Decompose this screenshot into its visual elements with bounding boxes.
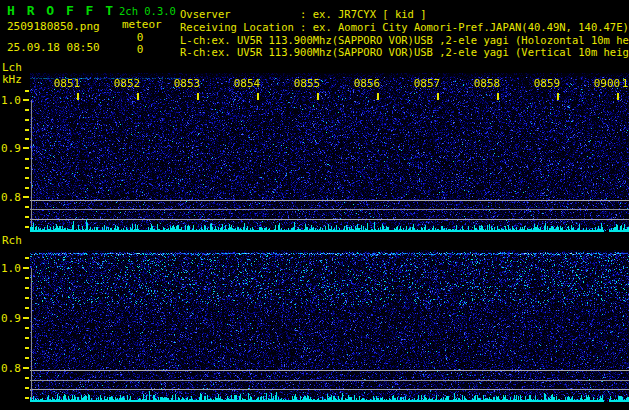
hrofft-screenshot: H R O F F T 2ch 0.3.0 2509180850.png met… bbox=[0, 0, 629, 410]
freq-minor-tick bbox=[25, 397, 29, 399]
lch-freq-label-1.0: 1.0 bbox=[1, 94, 21, 107]
time-label-0854: 0854 bbox=[234, 77, 261, 90]
freq-major-tick bbox=[23, 367, 29, 369]
freq-minor-tick bbox=[25, 187, 29, 189]
freq-minor-tick bbox=[25, 257, 29, 259]
meteor-count-bottom: 0 bbox=[133, 43, 147, 56]
time-label-0852: 0852 bbox=[114, 77, 141, 90]
freq-minor-tick bbox=[25, 158, 29, 160]
freq-minor-tick bbox=[25, 347, 29, 349]
app-title: H R O F F T bbox=[7, 3, 115, 18]
time-label-clipped: 1 bbox=[622, 77, 629, 90]
time-tick-0853 bbox=[197, 93, 199, 100]
rch-freq-label-0.9: 0.9 bbox=[1, 312, 21, 325]
observer-line: Ovserver : ex. JR7CYX [ kid ] bbox=[180, 8, 427, 21]
rch-receiver-line: R-ch:ex. UV5R 113.900Mhz(SAPPORO VOR)USB… bbox=[180, 46, 629, 59]
freq-major-tick bbox=[23, 196, 29, 198]
freq-major-tick bbox=[23, 267, 29, 269]
datetime-label: 25.09.18 08:50 bbox=[7, 41, 100, 54]
output-filename: 2509180850.png bbox=[7, 20, 100, 33]
freq-minor-tick bbox=[25, 119, 29, 121]
time-tick-0858 bbox=[497, 93, 499, 100]
lch-receiver-line: L-ch:ex. UV5R 113.900Mhz(SAPPORO VOR)USB… bbox=[180, 34, 629, 47]
rch-spectrogram bbox=[30, 250, 629, 402]
rch-freq-label-0.8: 0.8 bbox=[1, 362, 21, 375]
rch-freq-label-1.0: 1.0 bbox=[1, 262, 21, 275]
freq-major-tick bbox=[23, 99, 29, 101]
time-tick-0852 bbox=[137, 93, 139, 100]
time-label-0900: 0900 bbox=[594, 77, 621, 90]
time-label-0855: 0855 bbox=[294, 77, 321, 90]
app-version: 2ch 0.3.0 bbox=[119, 5, 176, 17]
freq-minor-tick bbox=[25, 327, 29, 329]
freq-minor-tick bbox=[25, 226, 29, 228]
freq-minor-tick bbox=[25, 357, 29, 359]
time-tick-0900 bbox=[617, 93, 619, 100]
freq-minor-tick bbox=[25, 377, 29, 379]
rch-axis-label: Rch bbox=[2, 234, 22, 247]
time-tick-0855 bbox=[317, 93, 319, 100]
freq-minor-tick bbox=[25, 138, 29, 140]
freq-minor-tick bbox=[25, 206, 29, 208]
freq-minor-tick bbox=[25, 90, 29, 92]
freq-minor-tick bbox=[25, 277, 29, 279]
time-tick-0857 bbox=[437, 93, 439, 100]
freq-minor-tick bbox=[25, 297, 29, 299]
time-label-0858: 0858 bbox=[474, 77, 501, 90]
mode-label: meteor bbox=[122, 18, 162, 31]
time-label-0851: 0851 bbox=[54, 77, 81, 90]
time-label-0859: 0859 bbox=[534, 77, 561, 90]
time-tick-0854 bbox=[257, 93, 259, 100]
freq-minor-tick bbox=[25, 109, 29, 111]
lch-freq-label-0.8: 0.8 bbox=[1, 191, 21, 204]
freq-major-tick bbox=[23, 147, 29, 149]
lch-spectrogram bbox=[30, 73, 629, 232]
time-tick-0859 bbox=[557, 93, 559, 100]
freq-major-tick bbox=[23, 317, 29, 319]
freq-minor-tick bbox=[25, 337, 29, 339]
freq-minor-tick bbox=[25, 387, 29, 389]
freq-minor-tick bbox=[25, 307, 29, 309]
freq-minor-tick bbox=[25, 216, 29, 218]
time-label-0857: 0857 bbox=[414, 77, 441, 90]
location-line: Receiving Location : ex. Aomori City Aom… bbox=[180, 21, 629, 34]
freq-minor-tick bbox=[25, 129, 29, 131]
freq-minor-tick bbox=[25, 287, 29, 289]
time-label-0853: 0853 bbox=[174, 77, 201, 90]
time-label-0856: 0856 bbox=[354, 77, 381, 90]
khz-unit-label: kHz bbox=[2, 73, 22, 86]
time-tick-0856 bbox=[377, 93, 379, 100]
freq-minor-tick bbox=[25, 167, 29, 169]
lch-freq-label-0.9: 0.9 bbox=[1, 142, 21, 155]
time-tick-0851 bbox=[77, 93, 79, 100]
freq-minor-tick bbox=[25, 177, 29, 179]
